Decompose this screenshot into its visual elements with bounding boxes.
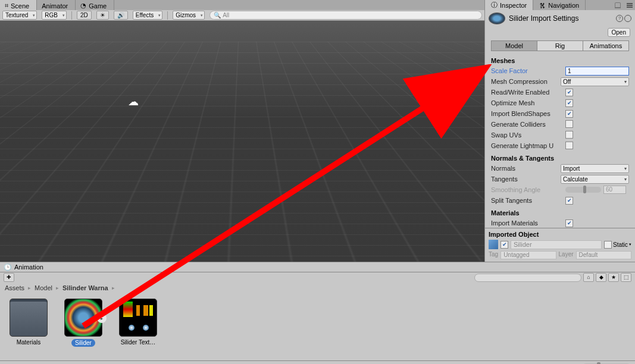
normals-label: Normals (491, 165, 561, 172)
normals-header: Normals & Tangents (491, 155, 629, 162)
asset-label: Silider Text… (121, 339, 156, 346)
tag-label: Tag (489, 251, 498, 259)
materials-header: Materials (491, 209, 629, 216)
rgb-dropdown[interactable]: RGB (42, 11, 67, 20)
lighting-toggle[interactable]: ☀ (96, 11, 109, 20)
texture-icon (119, 299, 157, 337)
blendshapes-label: Import BlendShapes (491, 110, 565, 117)
smoothing-value: 60 (603, 186, 626, 194)
search-icon: 🔍 (214, 12, 221, 18)
colliders-checkbox[interactable] (565, 120, 573, 128)
nav-icon: ⛕ (539, 2, 546, 9)
scene-tabs: ⌗Scene Animator ◔Game (0, 0, 484, 10)
split-tangents-checkbox[interactable]: ✔ (565, 197, 573, 205)
favorite-button[interactable]: ★ (608, 273, 619, 282)
import-materials-label: Import Materials (491, 219, 565, 227)
gizmos-dropdown[interactable]: Gizmos (173, 11, 205, 20)
asset-silider-texture[interactable]: Silider Text… (117, 299, 159, 346)
inspector-title: Silider Import Settings (509, 14, 578, 23)
tab-game[interactable]: ◔Game (76, 0, 114, 10)
tab-inspector[interactable]: ⓘInspector (485, 0, 533, 10)
blendshapes-checkbox[interactable]: ✔ (565, 110, 573, 118)
split-tangents-label: Split Tangents (491, 197, 565, 204)
tab-game-label: Game (89, 2, 107, 10)
audio-toggle[interactable]: 🔊 (114, 11, 128, 20)
clock-icon: 🕒 (4, 263, 12, 271)
camera-gizmo-icon: ☁ (128, 95, 139, 108)
breadcrumb-model[interactable]: Model (35, 284, 52, 291)
scale-factor-input[interactable] (565, 67, 629, 76)
asset-silider-model[interactable]: ▸ Silider (62, 299, 105, 347)
colliders-label: Generate Colliders (491, 121, 565, 128)
shading-mode-dropdown[interactable]: Textured (2, 11, 37, 20)
tangents-label: Tangents (491, 175, 561, 183)
smoothing-slider (565, 187, 601, 193)
breadcrumb-silinder[interactable]: Silinder Warna (62, 284, 108, 291)
tab-inspector-label: Inspector (500, 2, 527, 9)
create-button[interactable]: ✚ (4, 273, 14, 282)
subtab-rig[interactable]: Rig (537, 40, 583, 51)
optimize-mesh-checkbox[interactable]: ✔ (565, 99, 573, 107)
tag-dropdown[interactable]: Untagged (501, 251, 556, 259)
smoothing-label: Smoothing Angle (491, 186, 565, 193)
mesh-compression-label: Mesh Compression (491, 78, 561, 85)
tab-scene[interactable]: ⌗Scene (0, 0, 37, 10)
gear-icon[interactable] (624, 15, 631, 22)
asset-materials-folder[interactable]: Materials (7, 299, 50, 346)
object-name-field: Silider (511, 240, 602, 249)
layer-dropdown[interactable]: Default (576, 251, 631, 259)
lock-icon[interactable] (615, 2, 621, 8)
help-icon[interactable]: ? (616, 15, 623, 22)
pacman-icon: ◔ (80, 2, 86, 10)
tab-animator-label: Animator (42, 2, 68, 10)
breadcrumb-assets[interactable]: Assets (5, 284, 24, 291)
project-search-input[interactable] (474, 274, 581, 282)
import-materials-checkbox[interactable]: ✔ (565, 219, 573, 227)
layer-label: Layer (559, 251, 574, 259)
search-placeholder: All (223, 12, 229, 18)
tab-navigation[interactable]: ⛕Navigation (533, 0, 586, 10)
info-icon: ⓘ (491, 1, 498, 10)
tab-animator[interactable]: Animator (37, 0, 76, 10)
normals-dropdown[interactable]: Import (561, 164, 629, 173)
2d-toggle[interactable]: 2D (77, 11, 92, 20)
swap-uvs-label: Swap UVs (491, 131, 565, 139)
read-write-checkbox[interactable]: ✔ (565, 89, 573, 96)
optimize-mesh-label: Optimize Mesh (491, 99, 565, 106)
read-write-label: Read/Write Enabled (491, 89, 565, 96)
scene-view[interactable]: ☁ (0, 21, 484, 262)
tangents-dropdown[interactable]: Calculate (561, 175, 629, 184)
animation-tab-label[interactable]: Animation (14, 263, 43, 271)
enabled-checkbox[interactable]: ✔ (501, 241, 508, 249)
breadcrumb: Assets▸ Model▸ Silinder Warna▸ (0, 283, 635, 293)
expand-icon[interactable]: ▸ (97, 313, 107, 323)
subtab-model[interactable]: Model (491, 40, 537, 51)
scene-toolbar: Textured RGB 2D ☀ 🔊 Effects Gizmos 🔍All (0, 10, 484, 21)
static-checkbox[interactable] (604, 241, 612, 249)
filter-button[interactable]: ⌂ (583, 273, 594, 282)
prefab-icon (489, 240, 498, 249)
asset-icon (489, 12, 505, 24)
scale-factor-label: Scale Factor (491, 67, 565, 74)
effects-dropdown[interactable]: Effects (133, 11, 162, 20)
project-assets-grid[interactable]: Materials ▸ Silider Silider Text… (0, 293, 635, 360)
swap-uvs-checkbox[interactable] (565, 131, 573, 139)
asset-label: Materials (17, 339, 41, 346)
asset-label: Silider (71, 339, 95, 347)
open-button[interactable]: Open (608, 28, 630, 37)
model-icon: ▸ (64, 299, 102, 337)
panel-menu-icon[interactable] (627, 5, 633, 6)
save-search-button[interactable]: ⬚ (621, 273, 631, 282)
subtab-animations[interactable]: Animations (583, 40, 629, 51)
imported-object-header: Imported Object (489, 231, 631, 238)
lightmap-label: Generate Lightmap U (491, 142, 565, 149)
scene-search-input[interactable]: 🔍All (209, 11, 482, 20)
mesh-compression-dropdown[interactable]: Off (561, 77, 629, 86)
tab-navigation-label: Navigation (548, 2, 579, 9)
meshes-header: Meshes (491, 57, 629, 64)
scene-icon: ⌗ (5, 2, 8, 10)
folder-icon (10, 299, 48, 337)
type-filter-button[interactable]: ◆ (596, 273, 606, 282)
lightmap-checkbox[interactable] (565, 142, 573, 149)
tab-scene-label: Scene (11, 2, 29, 10)
